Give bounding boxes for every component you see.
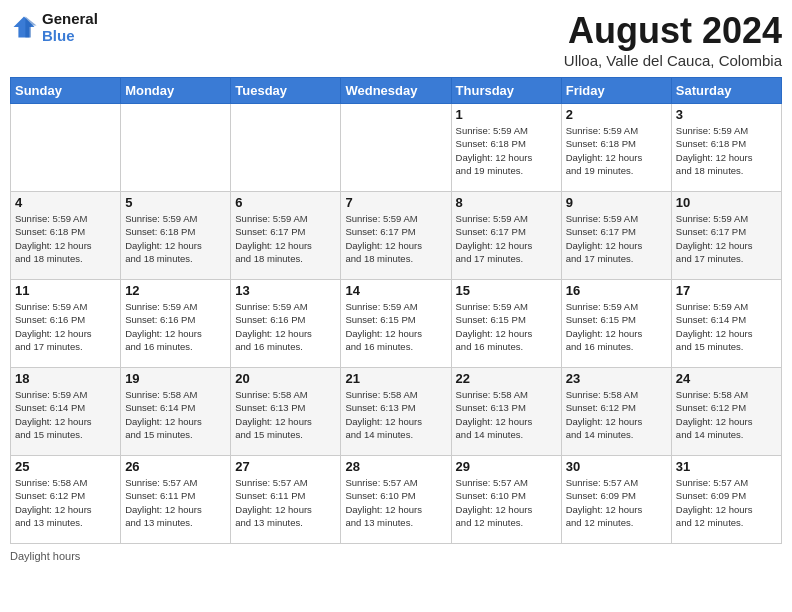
- svg-marker-0: [14, 17, 35, 38]
- calendar-cell: 13Sunrise: 5:59 AM Sunset: 6:16 PM Dayli…: [231, 280, 341, 368]
- day-info: Sunrise: 5:59 AM Sunset: 6:15 PM Dayligh…: [456, 300, 557, 353]
- header-tuesday: Tuesday: [231, 78, 341, 104]
- calendar-cell: 5Sunrise: 5:59 AM Sunset: 6:18 PM Daylig…: [121, 192, 231, 280]
- day-info: Sunrise: 5:58 AM Sunset: 6:12 PM Dayligh…: [15, 476, 116, 529]
- day-info: Sunrise: 5:58 AM Sunset: 6:12 PM Dayligh…: [566, 388, 667, 441]
- calendar-cell: 21Sunrise: 5:58 AM Sunset: 6:13 PM Dayli…: [341, 368, 451, 456]
- calendar-week-5: 25Sunrise: 5:58 AM Sunset: 6:12 PM Dayli…: [11, 456, 782, 544]
- header-saturday: Saturday: [671, 78, 781, 104]
- logo: General Blue: [10, 10, 98, 44]
- day-number: 24: [676, 371, 777, 386]
- logo-text: General Blue: [42, 10, 98, 44]
- header-monday: Monday: [121, 78, 231, 104]
- day-number: 26: [125, 459, 226, 474]
- calendar-cell: 11Sunrise: 5:59 AM Sunset: 6:16 PM Dayli…: [11, 280, 121, 368]
- calendar-cell: 22Sunrise: 5:58 AM Sunset: 6:13 PM Dayli…: [451, 368, 561, 456]
- day-number: 13: [235, 283, 336, 298]
- day-number: 1: [456, 107, 557, 122]
- calendar-cell: 31Sunrise: 5:57 AM Sunset: 6:09 PM Dayli…: [671, 456, 781, 544]
- day-number: 7: [345, 195, 446, 210]
- day-info: Sunrise: 5:59 AM Sunset: 6:17 PM Dayligh…: [566, 212, 667, 265]
- day-info: Sunrise: 5:59 AM Sunset: 6:14 PM Dayligh…: [676, 300, 777, 353]
- header-wednesday: Wednesday: [341, 78, 451, 104]
- footer-note: Daylight hours: [10, 550, 782, 562]
- day-info: Sunrise: 5:59 AM Sunset: 6:18 PM Dayligh…: [125, 212, 226, 265]
- daylight-note: Daylight hours: [10, 550, 80, 562]
- day-info: Sunrise: 5:59 AM Sunset: 6:17 PM Dayligh…: [235, 212, 336, 265]
- header-friday: Friday: [561, 78, 671, 104]
- day-number: 23: [566, 371, 667, 386]
- day-number: 11: [15, 283, 116, 298]
- day-info: Sunrise: 5:59 AM Sunset: 6:17 PM Dayligh…: [676, 212, 777, 265]
- day-number: 20: [235, 371, 336, 386]
- day-number: 17: [676, 283, 777, 298]
- calendar-cell: [341, 104, 451, 192]
- day-number: 6: [235, 195, 336, 210]
- title-area: August 2024 Ulloa, Valle del Cauca, Colo…: [564, 10, 782, 69]
- calendar-table: SundayMondayTuesdayWednesdayThursdayFrid…: [10, 77, 782, 544]
- calendar-cell: 28Sunrise: 5:57 AM Sunset: 6:10 PM Dayli…: [341, 456, 451, 544]
- day-number: 2: [566, 107, 667, 122]
- header-sunday: Sunday: [11, 78, 121, 104]
- calendar-cell: 7Sunrise: 5:59 AM Sunset: 6:17 PM Daylig…: [341, 192, 451, 280]
- day-info: Sunrise: 5:58 AM Sunset: 6:13 PM Dayligh…: [345, 388, 446, 441]
- page-header: General Blue August 2024 Ulloa, Valle de…: [10, 10, 782, 69]
- calendar-cell: 27Sunrise: 5:57 AM Sunset: 6:11 PM Dayli…: [231, 456, 341, 544]
- day-number: 25: [15, 459, 116, 474]
- day-number: 28: [345, 459, 446, 474]
- day-info: Sunrise: 5:58 AM Sunset: 6:14 PM Dayligh…: [125, 388, 226, 441]
- day-info: Sunrise: 5:58 AM Sunset: 6:13 PM Dayligh…: [235, 388, 336, 441]
- day-number: 9: [566, 195, 667, 210]
- day-number: 27: [235, 459, 336, 474]
- day-number: 3: [676, 107, 777, 122]
- day-info: Sunrise: 5:57 AM Sunset: 6:09 PM Dayligh…: [676, 476, 777, 529]
- day-number: 31: [676, 459, 777, 474]
- calendar-cell: 6Sunrise: 5:59 AM Sunset: 6:17 PM Daylig…: [231, 192, 341, 280]
- day-number: 12: [125, 283, 226, 298]
- day-number: 14: [345, 283, 446, 298]
- day-info: Sunrise: 5:59 AM Sunset: 6:15 PM Dayligh…: [566, 300, 667, 353]
- day-info: Sunrise: 5:57 AM Sunset: 6:10 PM Dayligh…: [345, 476, 446, 529]
- calendar-cell: 8Sunrise: 5:59 AM Sunset: 6:17 PM Daylig…: [451, 192, 561, 280]
- calendar-cell: 16Sunrise: 5:59 AM Sunset: 6:15 PM Dayli…: [561, 280, 671, 368]
- day-info: Sunrise: 5:57 AM Sunset: 6:09 PM Dayligh…: [566, 476, 667, 529]
- calendar-cell: 14Sunrise: 5:59 AM Sunset: 6:15 PM Dayli…: [341, 280, 451, 368]
- calendar-cell: 29Sunrise: 5:57 AM Sunset: 6:10 PM Dayli…: [451, 456, 561, 544]
- calendar-cell: [11, 104, 121, 192]
- calendar-cell: 12Sunrise: 5:59 AM Sunset: 6:16 PM Dayli…: [121, 280, 231, 368]
- calendar-cell: 2Sunrise: 5:59 AM Sunset: 6:18 PM Daylig…: [561, 104, 671, 192]
- day-info: Sunrise: 5:59 AM Sunset: 6:16 PM Dayligh…: [125, 300, 226, 353]
- day-info: Sunrise: 5:59 AM Sunset: 6:18 PM Dayligh…: [676, 124, 777, 177]
- calendar-cell: 18Sunrise: 5:59 AM Sunset: 6:14 PM Dayli…: [11, 368, 121, 456]
- day-info: Sunrise: 5:59 AM Sunset: 6:18 PM Dayligh…: [15, 212, 116, 265]
- calendar-week-1: 1Sunrise: 5:59 AM Sunset: 6:18 PM Daylig…: [11, 104, 782, 192]
- calendar-cell: 24Sunrise: 5:58 AM Sunset: 6:12 PM Dayli…: [671, 368, 781, 456]
- day-info: Sunrise: 5:58 AM Sunset: 6:12 PM Dayligh…: [676, 388, 777, 441]
- calendar-week-4: 18Sunrise: 5:59 AM Sunset: 6:14 PM Dayli…: [11, 368, 782, 456]
- day-info: Sunrise: 5:58 AM Sunset: 6:13 PM Dayligh…: [456, 388, 557, 441]
- calendar-cell: 4Sunrise: 5:59 AM Sunset: 6:18 PM Daylig…: [11, 192, 121, 280]
- day-info: Sunrise: 5:57 AM Sunset: 6:11 PM Dayligh…: [125, 476, 226, 529]
- calendar-cell: 9Sunrise: 5:59 AM Sunset: 6:17 PM Daylig…: [561, 192, 671, 280]
- day-info: Sunrise: 5:59 AM Sunset: 6:14 PM Dayligh…: [15, 388, 116, 441]
- calendar-cell: 15Sunrise: 5:59 AM Sunset: 6:15 PM Dayli…: [451, 280, 561, 368]
- calendar-header-row: SundayMondayTuesdayWednesdayThursdayFrid…: [11, 78, 782, 104]
- day-info: Sunrise: 5:59 AM Sunset: 6:15 PM Dayligh…: [345, 300, 446, 353]
- svg-marker-1: [25, 17, 36, 38]
- day-number: 22: [456, 371, 557, 386]
- calendar-cell: 10Sunrise: 5:59 AM Sunset: 6:17 PM Dayli…: [671, 192, 781, 280]
- day-number: 15: [456, 283, 557, 298]
- calendar-cell: 19Sunrise: 5:58 AM Sunset: 6:14 PM Dayli…: [121, 368, 231, 456]
- calendar-cell: 26Sunrise: 5:57 AM Sunset: 6:11 PM Dayli…: [121, 456, 231, 544]
- month-title: August 2024: [564, 10, 782, 52]
- day-info: Sunrise: 5:59 AM Sunset: 6:17 PM Dayligh…: [345, 212, 446, 265]
- day-info: Sunrise: 5:59 AM Sunset: 6:18 PM Dayligh…: [456, 124, 557, 177]
- day-number: 10: [676, 195, 777, 210]
- calendar-cell: 25Sunrise: 5:58 AM Sunset: 6:12 PM Dayli…: [11, 456, 121, 544]
- day-number: 16: [566, 283, 667, 298]
- day-info: Sunrise: 5:57 AM Sunset: 6:11 PM Dayligh…: [235, 476, 336, 529]
- day-number: 5: [125, 195, 226, 210]
- day-number: 19: [125, 371, 226, 386]
- calendar-cell: [231, 104, 341, 192]
- day-info: Sunrise: 5:59 AM Sunset: 6:18 PM Dayligh…: [566, 124, 667, 177]
